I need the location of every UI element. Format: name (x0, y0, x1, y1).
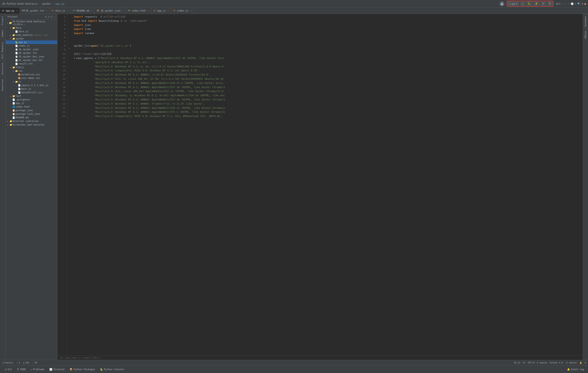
warning-status[interactable]: ⚠ 3 (17, 362, 20, 364)
tree-item-js-folder[interactable]: ▼📁js (6, 80, 57, 84)
tree-item-naiveScroll.js[interactable]: 📄naiveScroll.js▶ (6, 91, 57, 94)
collapse-arrow-naiveScroll.js[interactable]: ▶ (42, 91, 43, 94)
line-ending[interactable]: LF (523, 362, 525, 364)
tree-item-result.txt[interactable]: 📄result.txt (6, 62, 57, 65)
tree-item-app.py[interactable]: 🐍app.py (6, 41, 57, 44)
breadcrumb-project[interactable]: JD-Python-book-Analysis (2, 2, 38, 5)
panel-commit[interactable]: Commit (0, 27, 5, 40)
language[interactable]: Python 3.9 (550, 362, 563, 364)
tree-root[interactable]: ▼📁 JD-Python-book-Analysis ~/Libra... (6, 20, 57, 26)
tab-close-JD_spider.json[interactable]: × (123, 9, 124, 12)
panel-sqview[interactable]: SQView (583, 29, 588, 41)
tab-app.py[interactable]: pyapp.py× (0, 8, 20, 14)
problems-tab[interactable]: ⚠ Problems (29, 367, 47, 372)
tree-item-scratches[interactable]: ▶📁Scratches and Consoles (6, 123, 57, 127)
coverage-button[interactable]: ⚡ (533, 2, 540, 6)
breadcrumb-folder[interactable]: spider (42, 2, 51, 5)
tree-collapse-btn[interactable]: ≡ (48, 15, 49, 18)
code-area[interactable]: import requests # urllib urllib3from bs4… (71, 14, 583, 355)
master-branch[interactable]: ⎇ master (565, 362, 577, 364)
tree-item-normalize.css[interactable]: 🎨normalize.css (6, 73, 57, 76)
tree-item-data.js[interactable]: 📄data.js (6, 30, 57, 33)
python-console-tab[interactable]: 🐍 Python Console (98, 367, 126, 372)
tree-item-JD_spider.json[interactable]: 📋JD_spider.json (6, 48, 57, 51)
git-check1[interactable]: ✓ (563, 2, 564, 5)
todo-tab[interactable]: ☰ TODO (15, 367, 28, 372)
tab-index.html[interactable]: <>index.html× (126, 8, 151, 14)
tab-index.js[interactable]: jsindex.js× (171, 8, 194, 14)
tab-close-app.js[interactable]: × (168, 9, 169, 12)
git-push[interactable]: ↑ (568, 2, 569, 5)
tab-data.js[interactable]: jsdata.js× (50, 8, 71, 14)
line-num-15: 15 (57, 73, 65, 77)
line-num-4: 4 (57, 27, 65, 31)
panel-database[interactable]: Database (583, 14, 588, 29)
tree-item-main.js[interactable]: 📄main.js (6, 87, 57, 91)
tree-item-test-folder[interactable]: ▶📁test (6, 94, 57, 98)
tree-item-index.html-root[interactable]: 🌐index.html (6, 105, 57, 109)
charset[interactable]: UTF-8 (528, 362, 535, 364)
tab-close-data.js[interactable]: × (67, 9, 69, 12)
tree-item-JD_spider_bei.json[interactable]: 📋JD_spider_bei.json (6, 55, 57, 58)
tree-item-.gitignore[interactable]: 📄.gitignore (6, 98, 57, 101)
profile-button[interactable]: ⏱ (540, 2, 546, 6)
git-branch-status[interactable]: ⎇ master (2, 362, 13, 364)
tab-close-README.md[interactable]: × (91, 9, 93, 12)
tab-app.js[interactable]: jsapp.js× (151, 8, 171, 14)
panel-favorites[interactable]: Favorites (0, 77, 5, 93)
tree-item-css-folder[interactable]: ▼📁css (6, 69, 57, 73)
tree-item-jquery-2.1.1.min.js[interactable]: 📄jquery-2.1.1.min.js (6, 84, 57, 87)
debug-button[interactable]: 🐛 (526, 2, 532, 6)
icon-data-folder: 📁 (12, 27, 16, 29)
tree-settings-btn[interactable]: ⚙ (51, 15, 52, 18)
tab-label-data.js: data.js (55, 9, 65, 12)
settings-icon2[interactable]: ⚙ (585, 362, 586, 364)
tab-close-app.py[interactable]: × (16, 9, 18, 12)
fold-11[interactable]: ▼ (69, 47, 70, 49)
more-run-button[interactable]: ⚙ (547, 2, 553, 6)
tab-JD_spider.json[interactable]: {}JD_spider.json× (94, 8, 126, 14)
tree-item-app.js-root[interactable]: 📄app.js (6, 101, 57, 105)
tab-JD_spider.txt[interactable]: txtJD_spider.txt× (20, 8, 50, 14)
git-settings[interactable]: ⚙ (582, 2, 583, 5)
line-num-25: 25 (57, 114, 65, 118)
tree-item-index.js[interactable]: 📄index.js (6, 44, 57, 48)
error-status[interactable]: ▲ 156 (23, 362, 29, 364)
breadcrumb-file[interactable]: app.py (55, 2, 64, 5)
tree-item-external-libs[interactable]: ▶📁External Libraries (6, 119, 57, 123)
tree-scope-btn[interactable]: ⊕ (45, 15, 46, 18)
tree-item-package.json[interactable]: 📋package.json (6, 109, 57, 112)
git-check2[interactable]: ✓ (566, 2, 567, 5)
tree-item-zzsc-demo.css[interactable]: 🎨zzsc-demo.css (6, 76, 57, 80)
tree-item-spider-folder[interactable]: ▼📁spider (6, 37, 57, 41)
indent[interactable]: 4 spaces (537, 362, 547, 364)
run-button[interactable]: ▶ (520, 2, 525, 6)
event-log-tab[interactable]: 🔔 Event Log (565, 367, 586, 372)
python-packages-tab[interactable]: 📦 Python Packages (68, 367, 97, 372)
tree-item-static-folder[interactable]: ▼📁static (6, 65, 57, 69)
tree-item-package-lock.json[interactable]: 📋package-lock.json (6, 112, 57, 116)
tree-item-data-folder[interactable]: ▼📁data (6, 26, 57, 30)
tree-item-JD_spider.txt[interactable]: 📄JD_spider.txt (6, 51, 57, 55)
git-search[interactable]: 🔍 (578, 2, 580, 5)
terminal-tab[interactable]: ⬜ Terminal (47, 367, 67, 372)
tree-item-README.md-root[interactable]: 📄README.md (6, 116, 57, 119)
run-config-button[interactable]: ▶ app ▼ (507, 2, 519, 6)
main-area: Project Commit Pull Requests Structure F… (0, 14, 588, 360)
tree-hide-btn[interactable]: — (53, 15, 55, 18)
ok-status[interactable]: ✓ 19 (32, 362, 37, 364)
panel-structure[interactable]: Structure (0, 61, 5, 77)
avatar[interactable] (500, 1, 504, 6)
tree-item-JD_spider_bei.txt[interactable]: 📄JD_spider_bei.txt (6, 58, 57, 62)
tab-close-index.html[interactable]: × (148, 9, 149, 12)
panel-pull-requests[interactable]: Pull Requests (0, 40, 5, 61)
tab-close-JD_spider.txt[interactable]: × (46, 9, 47, 12)
git-tab[interactable]: ⎇ Git (2, 367, 14, 372)
tab-README.md[interactable]: mdREADME.md× (71, 8, 95, 14)
panel-project[interactable]: Project (0, 14, 5, 27)
tab-close-index.js[interactable]: × (190, 9, 192, 12)
cursor-position[interactable]: 35:11 (514, 362, 520, 364)
git-history[interactable]: 🕐 (571, 2, 574, 5)
git-undo[interactable]: ↩ (575, 2, 576, 5)
tree-item-node_modules[interactable]: ▶📁node_moduleslibrary root (6, 33, 57, 37)
